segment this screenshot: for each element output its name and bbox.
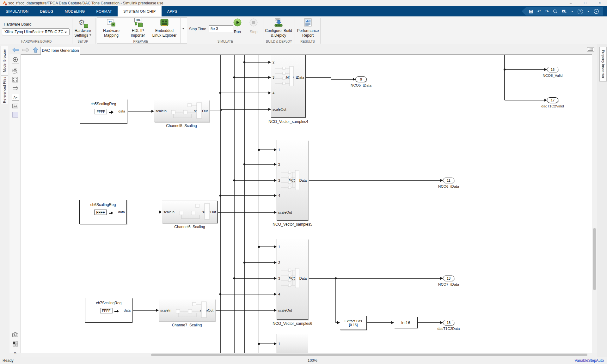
tab-apps[interactable]: APPS — [162, 6, 183, 16]
subsystem-preview — [274, 65, 297, 88]
branch-dot — [233, 76, 235, 78]
run-icon[interactable] — [233, 18, 242, 27]
wire-arrowhead — [274, 194, 277, 197]
ribbon-divider — [320, 18, 321, 44]
block-channel6-scaling[interactable]: scaleIn scaleOut — [162, 201, 218, 223]
vertical-scrollbar[interactable] — [592, 54, 597, 353]
horizontal-scrollbar[interactable] — [21, 353, 592, 357]
help-dropdown-caret[interactable] — [587, 11, 590, 13]
collapse-palette-icon[interactable]: « — [12, 349, 18, 355]
outport-11[interactable]: 11 — [443, 178, 454, 183]
outport-9[interactable]: 9 — [355, 76, 367, 82]
model-reference-icon[interactable] — [562, 9, 567, 14]
doc-tab-dac-tone-generation[interactable]: DAC Tone Generation — [40, 47, 80, 55]
block-channel7-scaling[interactable]: scaleIn scaleOut — [159, 299, 215, 321]
toolstrip-tab-bar: SIMULATION DEBUG MODELING FORMAT SYSTEM … — [0, 6, 607, 16]
port-1: 1 — [278, 342, 280, 346]
simulink-app-icon — [2, 1, 7, 6]
hardware-board-label: Hardware Board — [4, 22, 31, 27]
hdl-ip-importer-button-line2[interactable]: Importer — [126, 33, 149, 38]
hardware-mapping-button[interactable]: Hardware — [99, 28, 124, 33]
maximize-button[interactable]: □ — [578, 0, 592, 6]
gallery-dropdown-caret[interactable] — [182, 28, 185, 31]
zoom-region-icon[interactable] — [12, 68, 18, 74]
run-button[interactable]: Run — [230, 30, 245, 34]
block-nco-vector-samples5[interactable]: 1 2 3 4 scaleOut NCO_tData — [277, 140, 308, 221]
block-ch7-scaling-reg[interactable]: ch7ScalingReg FFFF data — [85, 298, 132, 323]
outport-13[interactable]: 13 — [443, 276, 454, 281]
wire-arrowhead — [544, 99, 547, 102]
branch-dot — [219, 92, 221, 94]
configure-build-deploy-button[interactable]: Configure, Build — [263, 28, 294, 33]
embedded-linux-explorer-button-line2[interactable]: Linux Explorer — [150, 33, 179, 38]
screenshot-camera-icon[interactable] — [12, 331, 18, 338]
block-ch6-scaling-reg[interactable]: ch6ScalingReg FFFF data — [79, 200, 127, 224]
hardware-settings-button[interactable]: Hardware — [70, 28, 95, 33]
up-to-parent-icon[interactable] — [33, 47, 38, 53]
tab-simulation[interactable]: SIMULATION — [0, 6, 34, 16]
fit-to-view-icon[interactable] — [12, 76, 18, 83]
performance-report-button-line2[interactable]: Report — [292, 33, 324, 38]
close-button[interactable]: × — [592, 0, 607, 6]
signal-lines-icon[interactable] — [12, 85, 18, 92]
quick-access-toolbar: ↶ ↷ ? — [522, 7, 603, 15]
viewmarks-icon[interactable] — [12, 341, 18, 347]
performance-report-button[interactable]: Performance — [292, 28, 324, 33]
undo-icon[interactable]: ↶ — [537, 7, 541, 15]
wire[interactable] — [336, 278, 338, 323]
wire-arrowhead — [353, 78, 355, 81]
branch-dot — [258, 343, 260, 345]
wire-arrowhead — [274, 246, 277, 248]
redo-icon[interactable]: ↷ — [545, 7, 549, 15]
solver-indicator[interactable]: VariableStepAuto — [574, 358, 604, 363]
area-box-icon[interactable] — [12, 112, 18, 118]
wire[interactable] — [306, 77, 353, 79]
tab-system-on-chip[interactable]: SYSTEM ON CHIP — [118, 6, 162, 16]
block-ch5-scaling-reg[interactable]: ch5ScalingReg FFFF data — [80, 99, 127, 124]
save-icon[interactable] — [529, 9, 533, 14]
tab-format[interactable]: FORMAT — [91, 6, 118, 16]
horizontal-scrollbar-thumb[interactable] — [151, 354, 587, 356]
register-arrow-icon — [109, 111, 115, 114]
search-icon[interactable] — [553, 9, 558, 14]
configure-build-deploy-button-line2[interactable]: & Deploy — [263, 33, 294, 38]
block-int16-cast[interactable]: int16 — [394, 317, 418, 328]
help-icon[interactable]: ? — [578, 9, 583, 14]
canvas-palette: A≡ « — [9, 54, 21, 353]
annotation-icon[interactable]: A≡ — [12, 94, 19, 101]
property-inspector-tab[interactable]: Property Inspector — [599, 47, 607, 82]
outport-18[interactable]: 18 — [443, 320, 454, 325]
block-channel5-scaling[interactable]: scaleIn scaleOut — [154, 100, 209, 122]
subsystem-preview — [280, 169, 302, 192]
vertical-scrollbar-thumb[interactable] — [593, 228, 596, 290]
hdl-ip-importer-button[interactable]: HDL IP — [126, 28, 149, 33]
embedded-linux-explorer-icon — [160, 18, 169, 27]
hide-markers-icon[interactable] — [12, 56, 18, 63]
wire[interactable] — [209, 109, 269, 111]
image-icon[interactable] — [12, 103, 18, 109]
outport-16[interactable]: 16 — [547, 67, 558, 72]
block-nco-vector-samples4[interactable]: 2 3 4 scaleOut NCO_tData — [271, 54, 306, 118]
tab-modeling[interactable]: MODELING — [59, 6, 91, 16]
tab-debug[interactable]: DEBUG — [34, 6, 59, 16]
outport-17[interactable]: 17 — [547, 97, 558, 103]
hardware-settings-button-line2[interactable]: Settings — [70, 33, 95, 38]
block-nco-vector-samples7-partial[interactable]: 1 — [277, 334, 308, 353]
forward-icon[interactable] — [22, 47, 29, 52]
hardware-mapping-button-line2[interactable]: Mapping — [99, 33, 124, 38]
model-reference-dropdown-caret[interactable] — [571, 11, 573, 13]
model-browser-tab[interactable]: Model Browser — [1, 46, 8, 76]
keyboard-icon[interactable] — [587, 47, 594, 52]
back-icon[interactable] — [12, 47, 19, 52]
register-value: FFFF — [94, 209, 107, 215]
hardware-board-select[interactable]: Xilinx Zynq UltraScale+ RFSoC ZC... — [2, 28, 70, 35]
minimize-button[interactable]: – — [563, 0, 578, 6]
stop-icon — [249, 18, 258, 27]
model-canvas[interactable]: ch5ScalingReg FFFF data ch6ScalingReg FF… — [21, 54, 592, 353]
referenced-files-tab[interactable]: Referenced Files — [1, 76, 8, 104]
block-nco-vector-samples6[interactable]: 1 2 3 4 scaleOut NCO_tData — [277, 239, 308, 320]
block-extract-bits[interactable]: Extract Bits [0 15] — [340, 316, 367, 330]
embedded-linux-explorer-button[interactable]: Embedded — [152, 28, 177, 33]
minimize-toolstrip-icon[interactable] — [594, 9, 599, 14]
port-scalein: scaleIn — [163, 210, 175, 214]
